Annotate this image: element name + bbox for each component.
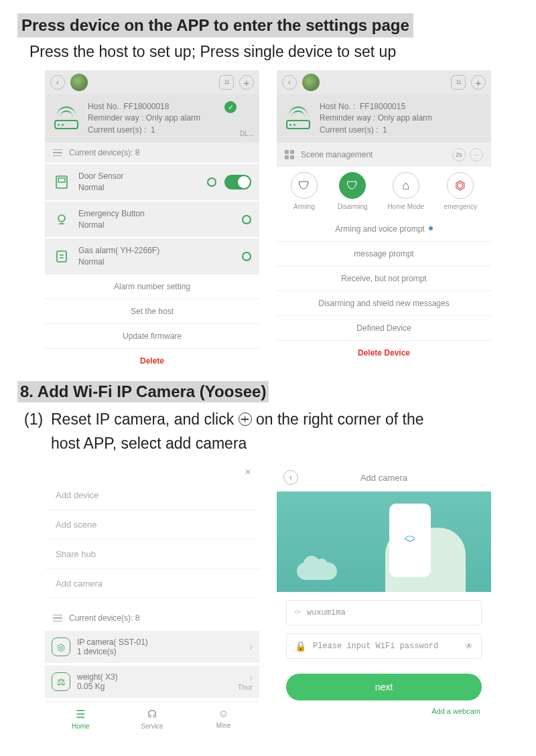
device-name: Door Sensor [78, 171, 199, 182]
list-item-weight[interactable]: ⚖ weight( X3) 0.05 Kg ›Thur [45, 663, 259, 698]
scan-icon[interactable]: ⌗ [451, 75, 466, 90]
wifi-password-placeholder: Please input WiFi password [313, 641, 438, 651]
device-row-door-sensor[interactable]: Door Sensor Normal [45, 163, 259, 200]
device-row-gas-alarm[interactable]: Gas alarm( YH-2266F) Normal [45, 237, 259, 275]
gas-alarm-icon [53, 248, 70, 265]
selected-dot-icon [429, 226, 433, 230]
device-action-sheet: Arming and voice prompt message prompt R… [277, 217, 491, 365]
screenshot-row-1: ‹ ⌗ + Host No. FF18000018 Reminder way :… [17, 70, 519, 373]
section-title: 8. Add Wi-Fi IP Camera (Yoosee) [17, 381, 269, 402]
scene-disarming[interactable]: 🛡 Disarming [338, 172, 368, 210]
host-card[interactable]: Host No. FF18000018 Reminder way : Only … [45, 94, 259, 143]
wifi-ssid-value: wuxumima [307, 608, 346, 617]
camera-icon: ◎ [52, 637, 70, 656]
option-receive-noprompt[interactable]: Receive, but not prompt [277, 266, 491, 291]
wifi-ssid-field[interactable]: ⌔ wuxumima [286, 600, 482, 625]
popup-add-device[interactable]: Add device [45, 481, 259, 510]
add-button[interactable]: + [471, 75, 486, 90]
chevron-right-icon: › [249, 641, 253, 652]
user-icon: ☺ [188, 708, 259, 720]
list-item-sub: 1 device(s) [77, 647, 148, 656]
status-dot-icon [207, 177, 216, 187]
avatar[interactable] [70, 74, 88, 91]
scene-buttons-row: 🛡 Arming 🛡 Disarming ⌂ Home Mode ⏣ emerg… [277, 167, 491, 217]
host-card[interactable]: Host No. : FF18000015 Reminder way : Onl… [277, 94, 491, 143]
step-1-text: (1)Reset IP camera, and click on the rig… [17, 402, 519, 463]
headset-icon: ☊ [117, 708, 188, 721]
chip-more[interactable]: ··· [470, 148, 483, 161]
scan-icon[interactable]: ⌗ [219, 75, 234, 90]
door-sensor-icon [53, 173, 70, 191]
option-message-prompt[interactable]: message prompt [277, 241, 491, 266]
siren-icon: ⏣ [447, 172, 474, 199]
scene-arming[interactable]: 🛡 Arming [291, 172, 318, 210]
home-icon: ⌂ [393, 172, 419, 199]
page-subheading: Press the host to set up; Press single d… [17, 37, 519, 70]
popup-add-scene[interactable]: Add scene [45, 510, 259, 540]
avatar[interactable] [302, 74, 320, 91]
nav-home[interactable]: ☰Home [45, 702, 117, 734]
svg-rect-1 [58, 178, 65, 182]
topbar: ‹ ⌗ + [45, 70, 259, 94]
option-disarm-shield[interactable]: Disarming and shield new messages [277, 291, 491, 315]
shield-icon: 🛡 [291, 172, 318, 199]
wifi-password-field[interactable]: 🔒 Please input WiFi password 👁 [286, 633, 482, 659]
add-popup: ✕ Add device Add scene Share hub Add cam… [45, 463, 259, 599]
menu-set-host[interactable]: Set the host [45, 299, 259, 323]
device-row-emergency[interactable]: Emergency Button Normal [45, 200, 259, 238]
chevron-right-icon: › [249, 672, 253, 683]
download-label: DL... [240, 130, 254, 137]
add-webcam-link[interactable]: Add a webcam [277, 707, 491, 722]
nav-mine[interactable]: ☺Mine [188, 702, 259, 734]
svg-point-2 [58, 215, 65, 222]
option-defined-device[interactable]: Defined Device [277, 315, 491, 340]
close-button[interactable]: ✕ [45, 463, 259, 481]
home-icon: ☰ [45, 708, 117, 721]
router-icon [283, 106, 313, 131]
list-icon [53, 615, 62, 622]
shield-icon: ✓ [224, 101, 237, 113]
device-toggle[interactable] [224, 175, 251, 190]
device-name: Gas alarm( YH-2266F) [78, 245, 234, 256]
menu-alarm-number[interactable]: Alarm number setting [45, 275, 259, 299]
scene-emergency[interactable]: ⏣ emergency [444, 172, 477, 210]
page-heading: Press device on the APP to enter the set… [17, 13, 413, 37]
popup-add-camera[interactable]: Add camera [45, 569, 259, 599]
router-icon [52, 106, 81, 131]
illustration: ⌔ [277, 492, 491, 592]
devices-section-header: Current device(s): 8 [45, 608, 259, 628]
wifi-icon: ⌔ [295, 607, 300, 618]
menu-update-firmware[interactable]: Update firmware [45, 323, 259, 348]
scale-icon: ⚖ [52, 672, 70, 691]
popup-share-hub[interactable]: Share hub [45, 540, 259, 569]
next-button[interactable]: next [286, 674, 482, 700]
devices-section-header: Current device(s): 8 [45, 143, 259, 163]
option-arming-voice[interactable]: Arming and voice prompt [277, 217, 491, 241]
list-item-name: weight( X3) [77, 672, 118, 682]
screenshot-host-settings: ‹ ⌗ + Host No. FF18000018 Reminder way :… [45, 70, 259, 373]
plus-icon [239, 412, 252, 426]
screenshot-add-camera: ‹ Add camera ⌔ ⌔ wuxumima 🔒 Please input… [277, 463, 491, 734]
back-button[interactable]: ‹ [282, 75, 297, 90]
lock-icon: 🔒 [295, 641, 306, 652]
option-delete-device[interactable]: Delete Device [277, 340, 491, 365]
svg-rect-3 [57, 251, 66, 262]
bottom-nav: ☰Home ☊Service ☺Mine [45, 702, 259, 734]
back-button[interactable]: ‹ [50, 75, 65, 90]
scene-home[interactable]: ⌂ Home Mode [387, 172, 423, 210]
back-button[interactable]: ‹ [283, 470, 298, 485]
menu-delete[interactable]: Delete [45, 348, 259, 373]
host-info: Host No. : FF18000015 Reminder way : Onl… [320, 101, 484, 136]
device-status: Normal [78, 220, 234, 231]
list-item-sub: 0.05 Kg [77, 682, 118, 691]
wifi-icon: ⌔ [405, 530, 415, 551]
nav-service[interactable]: ☊Service [117, 702, 188, 734]
add-button[interactable]: + [239, 75, 254, 90]
status-dot-icon [242, 252, 251, 261]
list-icon [53, 149, 62, 157]
chip-timer[interactable]: 2s [452, 148, 466, 161]
list-item-meta: Thur [237, 683, 253, 691]
eye-icon[interactable]: 👁 [465, 641, 473, 651]
scene-section-header: Scene management 2s ··· [277, 143, 491, 167]
list-item-camera[interactable]: ◎ IP camera( SST-01) 1 device(s) › [45, 628, 259, 663]
